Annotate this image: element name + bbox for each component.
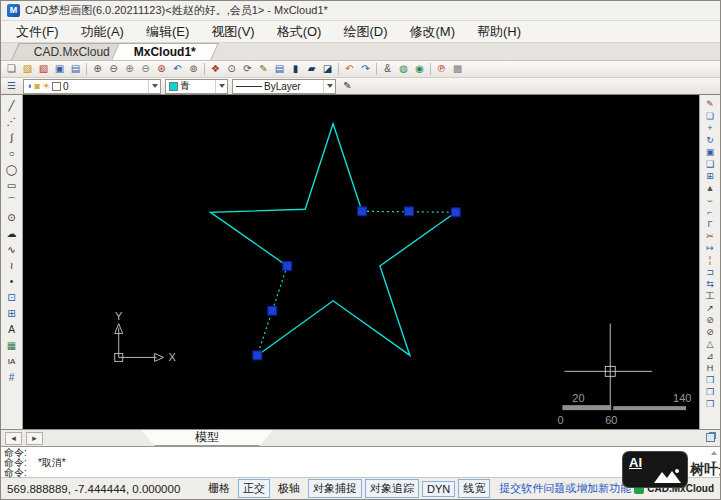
layer-manager-icon[interactable]: ☰ xyxy=(4,79,19,94)
star-polyline-solid-b[interactable] xyxy=(210,124,362,266)
layer-match-icon[interactable]: ❒ xyxy=(702,386,718,398)
menu-item[interactable]: 功能(A) xyxy=(70,21,135,43)
open-file-icon[interactable]: ▨ xyxy=(20,62,35,77)
new-file-icon[interactable]: ❏ xyxy=(4,62,19,77)
menu-item[interactable]: 格式(O) xyxy=(266,21,333,43)
status-toggle-栅格[interactable]: 栅格 xyxy=(203,479,235,498)
layer-dropdown[interactable]: ◗ ◙ ☀ 0 xyxy=(23,79,161,94)
document-tab[interactable]: MxCloud1* xyxy=(111,43,219,60)
polygon-edit-icon[interactable]: △ xyxy=(702,338,718,350)
linetype-dropdown[interactable]: ByLayer xyxy=(232,79,336,94)
layout-view-icon[interactable]: ◪ xyxy=(320,62,335,77)
arc-continue-icon[interactable]: ≀ xyxy=(4,258,20,274)
menu-item[interactable]: 修改(M) xyxy=(398,21,466,43)
match-properties-icon[interactable]: ❒ xyxy=(702,374,718,386)
save-file-icon[interactable]: ▣ xyxy=(52,62,67,77)
revision-cloud-icon[interactable]: ☁ xyxy=(4,226,20,242)
object-properties-icon[interactable]: ❒ xyxy=(702,398,718,410)
mirror-icon[interactable]: ▲ xyxy=(702,182,718,194)
status-toggle-正交[interactable]: 正交 xyxy=(238,479,270,498)
ellipse-icon[interactable]: ◯ xyxy=(4,162,20,178)
copy-icon[interactable]: ❏ xyxy=(702,110,718,122)
circle-icon[interactable]: ○ xyxy=(4,146,20,162)
break-icon[interactable]: ¦ xyxy=(702,254,718,266)
tab-scroll-left-icon[interactable]: ◂ xyxy=(5,432,22,445)
tab-model[interactable]: 模型 xyxy=(141,430,273,446)
fillet-icon[interactable]: ⌣ xyxy=(702,194,718,206)
chamfer-icon[interactable]: ⌐ xyxy=(702,206,718,218)
pan-icon[interactable]: ❖ xyxy=(208,62,223,77)
zoom-extents-icon[interactable]: ⊛ xyxy=(154,62,169,77)
join-icon[interactable]: ⊐ xyxy=(702,266,718,278)
polyline-icon[interactable]: ∫ xyxy=(4,130,20,146)
tab-scroll-right-icon[interactable]: ▸ xyxy=(26,432,43,445)
online-help-icon[interactable]: ◉ xyxy=(412,62,427,77)
menu-item[interactable]: 编辑(E) xyxy=(135,21,200,43)
layer-dropdown-arrow-icon[interactable] xyxy=(148,80,160,93)
zoom-realtime-icon[interactable]: ⊙ xyxy=(224,62,239,77)
lengthen-icon[interactable]: ↗ xyxy=(702,302,718,314)
regen-icon[interactable]: ⟳ xyxy=(240,62,255,77)
grip-handle[interactable] xyxy=(268,306,277,315)
point-icon[interactable]: • xyxy=(4,274,20,290)
arc-icon[interactable]: ⌒ xyxy=(4,194,20,210)
zoom-all-icon[interactable]: ⊚ xyxy=(186,62,201,77)
drawing-canvas[interactable]: Y X 20 140 0 60 xyxy=(23,95,699,429)
status-toggle-线宽[interactable]: 线宽 xyxy=(458,479,490,498)
grip-handle[interactable] xyxy=(404,207,413,216)
save-as-icon[interactable]: ▤ xyxy=(68,62,83,77)
helix-icon[interactable]: Η xyxy=(702,362,718,374)
status-toggle-极轴[interactable]: 极轴 xyxy=(273,479,305,498)
text-multi-icon[interactable]: IA xyxy=(4,354,20,370)
corner-icon[interactable]: Γ xyxy=(702,218,718,230)
array-icon[interactable]: ⊞ xyxy=(702,170,718,182)
render-style-icon[interactable]: ▮ xyxy=(288,62,303,77)
menu-item[interactable]: 绘图(D) xyxy=(332,21,398,43)
color-dropdown-arrow-icon[interactable] xyxy=(215,80,227,93)
line-icon[interactable]: ╱ xyxy=(4,98,20,114)
donut-icon[interactable]: ⊙ xyxy=(4,210,20,226)
group-icon[interactable]: & xyxy=(380,62,395,77)
grip-handle[interactable] xyxy=(253,351,262,360)
construction-line-icon[interactable]: ⋰ xyxy=(4,114,20,130)
status-toggle-对象捕捉[interactable]: 对象捕捉 xyxy=(308,479,362,498)
status-toggle-DYN[interactable]: DYN xyxy=(422,481,455,497)
grip-handle[interactable] xyxy=(283,262,292,271)
status-toggle-对象追踪[interactable]: 对象追踪 xyxy=(365,479,419,498)
zoom-previous-icon[interactable]: ↶ xyxy=(170,62,185,77)
ellipse-edit-icon[interactable]: ⊘ xyxy=(702,326,718,338)
erase-icon[interactable]: ✎ xyxy=(702,98,718,110)
zoom-window-icon[interactable]: ⊕ xyxy=(90,62,105,77)
publish-web-icon[interactable]: ◍ xyxy=(396,62,411,77)
draw-settings-icon[interactable]: ✎ xyxy=(256,62,271,77)
block-insert-icon[interactable]: ⊞ xyxy=(4,306,20,322)
command-line-panel[interactable]: 命令:命令: *取消*命令: xyxy=(1,446,720,477)
named-views-icon[interactable]: ▤ xyxy=(272,62,287,77)
spline-icon[interactable]: ∿ xyxy=(4,242,20,258)
offset-icon[interactable]: ▣ xyxy=(702,146,718,158)
grip-handle[interactable] xyxy=(451,208,460,217)
star-polyline-solid-a[interactable] xyxy=(257,212,455,355)
properties-brush-icon[interactable]: ✎ xyxy=(340,79,355,94)
stretch-icon[interactable]: ⇆ xyxy=(702,278,718,290)
restore-window-icon[interactable] xyxy=(706,433,715,442)
export-pdf-icon[interactable]: ℗ xyxy=(434,62,449,77)
wedge-icon[interactable]: ⊿ xyxy=(702,350,718,362)
table-icon[interactable]: ▦ xyxy=(4,338,20,354)
menu-item[interactable]: 帮助(H) xyxy=(466,21,532,43)
export-image-icon[interactable]: ▩ xyxy=(450,62,465,77)
trim-icon[interactable]: ✂ xyxy=(702,230,718,242)
menu-item[interactable]: 视图(V) xyxy=(200,21,265,43)
draw-order-icon[interactable]: ❑ xyxy=(702,158,718,170)
text-single-icon[interactable]: A xyxy=(4,322,20,338)
feedback-link[interactable]: 提交软件问题或增加新功能 xyxy=(499,481,631,496)
cloud-open-icon[interactable]: ▧ xyxy=(36,62,51,77)
zoom-dynamic-icon[interactable]: ⊖ xyxy=(106,62,121,77)
undo-icon[interactable]: ↶ xyxy=(342,62,357,77)
display-style-icon[interactable]: ▰ xyxy=(304,62,319,77)
redo-icon[interactable]: ↷ xyxy=(358,62,373,77)
linetype-dropdown-arrow-icon[interactable] xyxy=(323,80,335,93)
scale-icon[interactable]: 工 xyxy=(702,290,718,302)
rectangle-icon[interactable]: ▭ xyxy=(4,178,20,194)
zoom-in-icon[interactable]: ⊕ xyxy=(122,62,137,77)
